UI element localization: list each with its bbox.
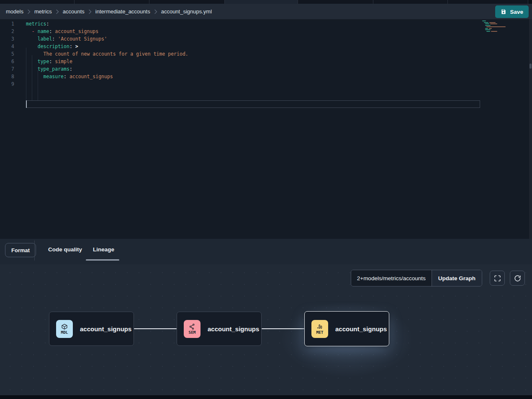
code-text: type: simple	[26, 58, 72, 65]
ide-screen: models metrics accounts intermediate_acc…	[0, 0, 532, 399]
panel-divider	[34, 240, 35, 261]
cube-icon	[61, 323, 68, 330]
file-tab[interactable]	[448, 0, 528, 4]
line-number: 9	[0, 80, 14, 88]
breadcrumb-item-models[interactable]: models	[6, 8, 23, 15]
node-label: account_signups	[208, 325, 259, 332]
file-tab[interactable]	[373, 0, 448, 4]
text-cursor	[26, 100, 27, 108]
lineage-canvas[interactable]: Update Graph MDL account_signups	[0, 264, 532, 395]
maximize-icon	[494, 275, 501, 282]
line-number: 8	[0, 73, 14, 80]
code-text: measure: account_signups	[26, 73, 113, 80]
network-icon	[189, 323, 195, 330]
chevron-right-icon	[88, 9, 92, 14]
bottom-edge-bar	[0, 395, 532, 399]
line-number: 2	[0, 28, 14, 35]
save-button[interactable]: Save	[495, 5, 529, 18]
model-badge: MDL	[56, 320, 73, 338]
file-tab[interactable]	[298, 0, 373, 4]
line-number: 1	[0, 20, 14, 28]
file-tab-active[interactable]	[225, 0, 298, 4]
fullscreen-button[interactable]	[490, 271, 505, 286]
lineage-edge	[134, 328, 177, 329]
code-text: label: 'Account Signups'	[26, 35, 107, 43]
code-text: type_params:	[26, 65, 72, 73]
scrollbar-thumb[interactable]	[529, 64, 532, 69]
indent-guide	[26, 48, 26, 100]
metric-badge: MET	[311, 320, 328, 338]
minimap[interactable]	[482, 20, 528, 32]
tab-lineage[interactable]: Lineage	[93, 246, 114, 253]
line-number: 3	[0, 35, 14, 43]
code-lines: 1metrics:2 - name: account_signups3 labe…	[0, 20, 481, 88]
chevron-right-icon	[27, 9, 31, 14]
floppy-disk-icon	[501, 9, 506, 15]
chevron-right-icon	[56, 9, 59, 14]
code-editor[interactable]: 1metrics:2 - name: account_signups3 labe…	[0, 19, 532, 239]
lineage-node-metric-selected[interactable]: MET account_signups	[304, 311, 389, 346]
save-button-label: Save	[510, 9, 523, 15]
lineage-node-semantic-model[interactable]: SEM account_signups	[177, 312, 262, 346]
file-tab-strip	[0, 0, 532, 4]
code-line[interactable]: 4 description: >	[0, 43, 481, 50]
code-line[interactable]: 3 label: 'Account Signups'	[0, 35, 481, 43]
code-line[interactable]: 6 type: simple	[0, 58, 481, 65]
semantic-model-badge: SEM	[184, 320, 200, 338]
file-tab[interactable]	[75, 0, 149, 4]
refresh-icon	[514, 275, 521, 282]
tab-strip-filler	[528, 0, 532, 4]
tab-code-quality[interactable]: Code quality	[48, 246, 82, 253]
code-text: metrics:	[26, 20, 49, 28]
lineage-selector-group: Update Graph	[351, 270, 482, 286]
line-number: 4	[0, 43, 14, 50]
code-line[interactable]: 1metrics:	[0, 20, 481, 28]
breadcrumb-item-intermediate-accounts[interactable]: intermediate_accounts	[95, 8, 150, 15]
breadcrumb-item-file: account_signups.yml	[161, 8, 212, 15]
breadcrumb-bar: models metrics accounts intermediate_acc…	[0, 4, 532, 19]
node-label: account_signups	[80, 325, 131, 332]
breadcrumb-item-accounts[interactable]: accounts	[63, 8, 85, 15]
code-line[interactable]: 9	[0, 80, 481, 88]
bar-chart-icon	[316, 323, 323, 330]
badge-label: MET	[316, 330, 323, 335]
code-line[interactable]: 5 The count of new accounts for a given …	[0, 50, 481, 58]
format-button[interactable]: Format	[5, 243, 36, 257]
bottom-panel-bar: Format Code quality Lineage	[0, 239, 532, 264]
code-text: The count of new accounts for a given ti…	[26, 50, 188, 58]
lineage-node-model[interactable]: MDL account_signups	[49, 312, 134, 346]
line-number: 5	[0, 50, 14, 58]
chevron-right-icon	[154, 9, 157, 14]
line-number: 7	[0, 65, 14, 73]
active-tab-underline	[86, 259, 119, 261]
update-graph-button[interactable]: Update Graph	[432, 270, 482, 286]
line-number: 6	[0, 58, 14, 65]
node-label: account_signups	[335, 325, 387, 332]
refresh-button[interactable]	[510, 271, 525, 286]
badge-label: MDL	[61, 330, 68, 335]
current-line-highlight	[26, 100, 480, 108]
code-text: - name: account_signups	[26, 28, 98, 35]
indent-guide	[38, 70, 38, 100]
lineage-selector-input[interactable]	[351, 270, 432, 286]
code-line[interactable]: 2 - name: account_signups	[0, 28, 481, 35]
code-text: description: >	[26, 43, 78, 50]
indent-guide	[32, 55, 32, 100]
file-tab[interactable]	[149, 0, 225, 4]
editor-scrollbar[interactable]	[529, 19, 532, 239]
code-line[interactable]: 7 type_params:	[0, 65, 481, 73]
badge-label: SEM	[188, 330, 195, 335]
lineage-edge	[262, 328, 304, 329]
breadcrumb-item-metrics[interactable]: metrics	[34, 8, 52, 15]
file-tab[interactable]	[0, 0, 75, 4]
code-line[interactable]: 8 measure: account_signups	[0, 73, 481, 80]
